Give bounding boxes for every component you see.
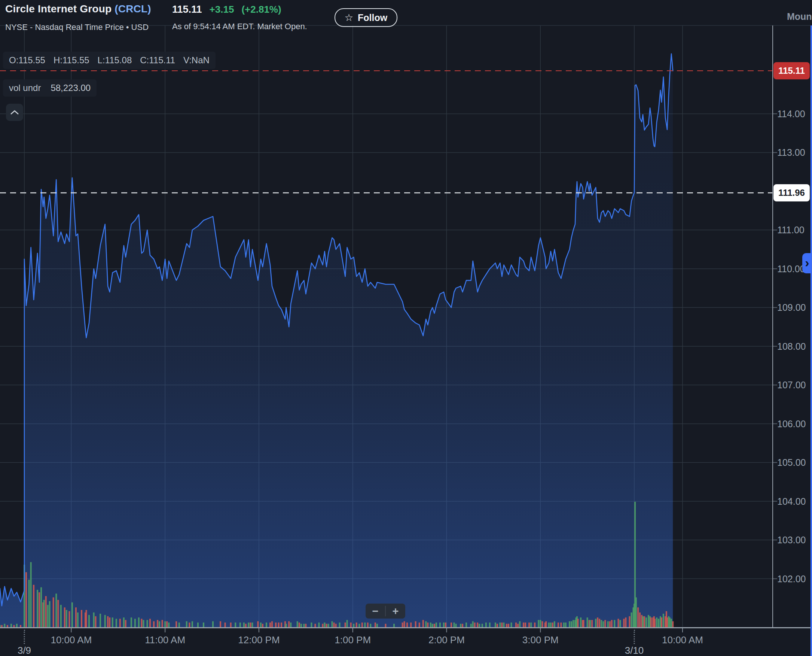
volume-legend-label: vol undr	[9, 83, 41, 93]
session-divider-tick	[24, 630, 25, 644]
ohlc-legend: O:115.55H:115.55L:115.08C:115.11V:NaN	[3, 52, 216, 69]
y-axis-tick-label: 113.00	[777, 147, 805, 158]
y-axis-tick-label: 105.00	[777, 457, 806, 468]
chart-type-label[interactable]: Mounta	[787, 11, 812, 22]
chevron-up-icon	[11, 110, 19, 114]
session-date-label: 3/9	[18, 645, 31, 656]
price-chart-canvas[interactable]	[0, 0, 812, 656]
chart-page: Circle Internet Group (CRCL) NYSE - Nasd…	[0, 0, 812, 656]
x-axis-tick-label: 1:00 PM	[335, 634, 371, 646]
ticker-symbol: (CRCL)	[114, 3, 151, 15]
x-axis-tick-label: 3:00 PM	[522, 634, 559, 646]
x-axis-line	[0, 627, 812, 628]
y-axis-tick-label: 106.00	[777, 419, 806, 430]
y-axis-tick-label: 110.00	[777, 264, 805, 274]
collapse-legend-button[interactable]	[6, 104, 23, 121]
y-axis-tick-label: 111.00	[777, 225, 804, 235]
y-axis-tick-label: 103.00	[777, 535, 806, 546]
star-icon: ☆	[345, 13, 353, 22]
previous-close-badge: 111.96	[773, 184, 810, 201]
chevron-right-icon: ›	[805, 256, 809, 269]
ohlc-high: H:115.55	[54, 55, 90, 65]
plus-icon: +	[392, 605, 399, 617]
last-price: 115.11	[172, 4, 202, 15]
price-summary: 115.11 +3.15 (+2.81%)	[172, 4, 281, 15]
x-axis-tick-label: 10:00 AM	[662, 634, 703, 646]
zoom-in-button[interactable]: +	[386, 603, 405, 619]
y-axis-tick-label: 109.00	[777, 302, 806, 313]
y-axis-tick-label: 114.00	[777, 108, 805, 119]
follow-button-label: Follow	[358, 12, 387, 23]
volume-legend: vol undr58,223.00	[3, 79, 97, 97]
ohlc-open: O:115.55	[9, 55, 45, 65]
session-date-label: 3/10	[625, 645, 644, 656]
x-axis-tick-label: 2:00 PM	[428, 634, 465, 646]
exchange-subtitle: NYSE - Nasdaq Real Time Price • USD	[5, 22, 148, 32]
minus-icon: −	[372, 605, 379, 617]
y-axis-tick-label: 104.00	[777, 496, 806, 507]
y-axis-tick-label: 108.00	[777, 341, 806, 352]
zoom-out-button[interactable]: −	[366, 603, 385, 619]
price-change-percent: (+2.81%)	[241, 4, 281, 15]
x-axis-tick-label: 12:00 PM	[238, 634, 279, 646]
pane-resize-handle[interactable]	[810, 25, 812, 656]
volume-legend-value: 58,223.00	[51, 83, 91, 93]
y-axis-tick-label: 107.00	[777, 380, 806, 390]
follow-button[interactable]: ☆ Follow	[335, 8, 397, 27]
x-axis-tick-label: 11:00 AM	[145, 634, 185, 646]
page-title: Circle Internet Group (CRCL)	[5, 3, 151, 15]
zoom-control: − +	[366, 603, 405, 619]
area-fill	[0, 54, 673, 628]
price-change: +3.15	[210, 4, 234, 15]
y-axis-tick-label: 102.00	[777, 574, 806, 585]
ohlc-close: C:115.11	[140, 55, 175, 65]
ohlc-low: L:115.08	[98, 55, 132, 65]
x-axis-tick-label: 10:00 AM	[51, 634, 92, 646]
ohlc-volume: V:NaN	[183, 55, 210, 65]
last-price-badge: 115.11	[773, 62, 810, 79]
as-of-timestamp: As of 9:54:14 AM EDT. Market Open.	[172, 22, 307, 31]
session-divider-tick	[634, 630, 635, 644]
